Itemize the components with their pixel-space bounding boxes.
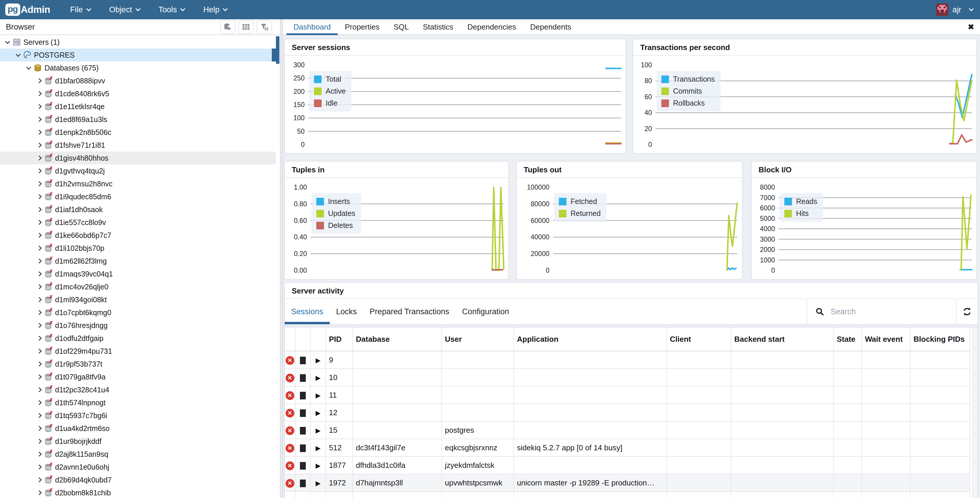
terminate-session-button[interactable] — [300, 374, 306, 382]
chevron-right-icon[interactable] — [35, 220, 43, 224]
chevron-right-icon[interactable] — [35, 92, 43, 95]
terminate-session-button[interactable] — [300, 462, 306, 469]
terminate-session-button[interactable] — [300, 409, 306, 417]
chevron-right-icon[interactable] — [35, 349, 43, 353]
tree-item-d1h2vmsu2h8nvc[interactable]: ✗d1h2vmsu2h8nvc — [0, 177, 276, 190]
tree-item-d1maqs39vc04q1[interactable]: ✗d1maqs39vc04q1 — [0, 267, 276, 280]
terminate-session-button[interactable] — [300, 480, 306, 487]
chevron-right-icon[interactable] — [35, 246, 43, 250]
chevron-right-icon[interactable] — [35, 375, 43, 379]
tree-item-d1cde8408rk6v5[interactable]: ✗d1cde8408rk6v5 — [0, 87, 276, 100]
chevron-right-icon[interactable] — [35, 324, 43, 327]
cancel-session-button[interactable]: ✕ — [286, 409, 294, 417]
search-input[interactable] — [830, 307, 936, 316]
chevron-right-icon[interactable] — [35, 208, 43, 211]
tree-item-d1ur9bojrjkddf[interactable]: ✗d1ur9bojrjkddf — [0, 435, 276, 448]
user-menu[interactable]: ajr — [936, 3, 973, 16]
tree-item-d1ml934goi08kt[interactable]: ✗d1ml934goi08kt — [0, 293, 276, 306]
panel-splitter[interactable] — [280, 19, 283, 498]
tree-item-d1enpk2n8b506c[interactable]: ✗d1enpk2n8b506c — [0, 126, 276, 139]
cancel-session-button[interactable]: ✕ — [286, 479, 294, 488]
tree-item-d1m62ll62f3lmg[interactable]: ✗d1m62ll62f3lmg — [0, 255, 276, 267]
chevron-right-icon[interactable] — [35, 401, 43, 404]
menu-help[interactable]: Help — [203, 5, 227, 14]
tab-sql[interactable]: SQL — [387, 19, 416, 35]
chevron-right-icon[interactable] — [35, 105, 43, 108]
cancel-session-button[interactable]: ✕ — [286, 426, 294, 435]
chevron-right-icon[interactable] — [35, 169, 43, 173]
tree-item-d1ie557cc8lo9v[interactable]: ✗d1ie557cc8lo9v — [0, 216, 276, 229]
activity-tab-configuration[interactable]: Configuration — [456, 299, 516, 324]
menu-file[interactable]: File — [70, 5, 91, 14]
chevron-right-icon[interactable] — [35, 452, 43, 456]
tree-item-d1iaf1dh0saok[interactable]: ✗d1iaf1dh0saok — [0, 203, 276, 216]
tree-item-d2aj8k115an9sq[interactable]: ✗d2aj8k115an9sq — [0, 448, 276, 460]
cancel-session-button[interactable]: ✕ — [286, 462, 294, 470]
tree-item-d1ua4kd2rtm6so[interactable]: ✗d1ua4kd2rtm6so — [0, 422, 276, 435]
chevron-right-icon[interactable] — [35, 130, 43, 134]
chevron-right-icon[interactable] — [35, 414, 43, 417]
cancel-session-button[interactable]: ✕ — [286, 391, 294, 400]
chevron-right-icon[interactable] — [35, 491, 43, 495]
tree-item-d2avnn1e0u6ohj[interactable]: ✗d2avnn1e0u6ohj — [0, 460, 276, 473]
tree-item-d1o76hresjdngg[interactable]: ✗d1o76hresjdngg — [0, 319, 276, 332]
cancel-session-button[interactable]: ✕ — [286, 356, 294, 365]
tab-properties[interactable]: Properties — [338, 19, 387, 35]
chevron-right-icon[interactable] — [35, 298, 43, 301]
chevron-right-icon[interactable] — [35, 285, 43, 289]
expand-row-button[interactable]: ▶ — [316, 462, 321, 469]
tree-item-d1ke66obd6p7c7[interactable]: ✗d1ke66obd6p7c7 — [0, 229, 276, 242]
view-data-button[interactable] — [220, 20, 235, 34]
close-icon[interactable]: ✖ — [968, 19, 974, 35]
tree-item-d1th574lnpnogt[interactable]: ✗d1th574lnpnogt — [0, 396, 276, 409]
menu-tools[interactable]: Tools — [159, 5, 185, 14]
chevron-right-icon[interactable] — [35, 311, 43, 314]
tree-item-d1i9qudec85dm6[interactable]: ✗d1i9qudec85dm6 — [0, 190, 276, 203]
tree-item-d1mc4ov26qlje0[interactable]: ✗d1mc4ov26qlje0 — [0, 280, 276, 293]
menu-object[interactable]: Object — [109, 5, 140, 14]
tree-item-servers-1-[interactable]: Servers (1) — [0, 36, 276, 49]
tree-item-d1bfar0888ipvv[interactable]: ✗d1bfar0888ipvv — [0, 74, 276, 87]
chevron-right-icon[interactable] — [35, 233, 43, 237]
expand-row-button[interactable]: ▶ — [316, 374, 321, 382]
chevron-right-icon[interactable] — [35, 182, 43, 186]
tree-item-d1gisv4h80hhos[interactable]: ✗d1gisv4h80hhos — [0, 152, 276, 165]
expand-row-button[interactable]: ▶ — [316, 427, 321, 434]
activity-tab-locks[interactable]: Locks — [330, 299, 363, 324]
expand-row-button[interactable]: ▶ — [316, 392, 321, 399]
chevron-down-icon[interactable] — [14, 54, 22, 56]
tree-item-d1t2pc328c41u4[interactable]: ✗d1t2pc328c41u4 — [0, 383, 276, 396]
tree-item-d2b69d4qk0ubd7[interactable]: ✗d2b69d4qk0ubd7 — [0, 473, 276, 486]
table-scrollbar[interactable] — [972, 328, 978, 498]
tree-item-d1gvthvq4tqu2j[interactable]: ✗d1gvthvq4tqu2j — [0, 165, 276, 177]
tree-item-d1ed8f69a1u3ls[interactable]: ✗d1ed8f69a1u3ls — [0, 113, 276, 126]
chevron-right-icon[interactable] — [35, 143, 43, 147]
tree-item-d1fshve71r1i81[interactable]: ✗d1fshve71r1i81 — [0, 139, 276, 152]
tab-dashboard[interactable]: Dashboard — [286, 19, 338, 35]
terminate-session-button[interactable] — [300, 392, 306, 400]
expand-row-button[interactable]: ▶ — [316, 409, 321, 417]
tab-statistics[interactable]: Statistics — [416, 19, 460, 35]
chevron-right-icon[interactable] — [35, 465, 43, 469]
chevron-down-icon[interactable] — [3, 41, 12, 43]
expand-row-button[interactable]: ▶ — [316, 444, 321, 452]
chevron-right-icon[interactable] — [35, 259, 43, 263]
query-tool-button[interactable] — [239, 20, 254, 34]
chevron-right-icon[interactable] — [35, 439, 43, 443]
chevron-right-icon[interactable] — [35, 156, 43, 160]
chevron-right-icon[interactable] — [35, 272, 43, 276]
chevron-right-icon[interactable] — [35, 195, 43, 198]
tree-item-postgres[interactable]: POSTGRES — [0, 49, 276, 62]
tree-item-d1e11etklsr4qe[interactable]: ✗d1e11etklsr4qe — [0, 100, 276, 113]
tree-item-databases-675-[interactable]: Databases (675) — [0, 62, 276, 74]
chevron-right-icon[interactable] — [35, 117, 43, 121]
terminate-session-button[interactable] — [300, 444, 306, 452]
chevron-right-icon[interactable] — [35, 336, 43, 340]
tree-item-d1of229m4pu731[interactable]: ✗d1of229m4pu731 — [0, 345, 276, 358]
chevron-right-icon[interactable] — [35, 79, 43, 82]
filtered-rows-button[interactable] — [256, 20, 272, 34]
tree-item-d1r9pf53b737t[interactable]: ✗d1r9pf53b737t — [0, 358, 276, 370]
tab-dependencies[interactable]: Dependencies — [460, 19, 523, 35]
cancel-session-button[interactable]: ✕ — [286, 444, 294, 453]
chevron-right-icon[interactable] — [35, 362, 43, 366]
